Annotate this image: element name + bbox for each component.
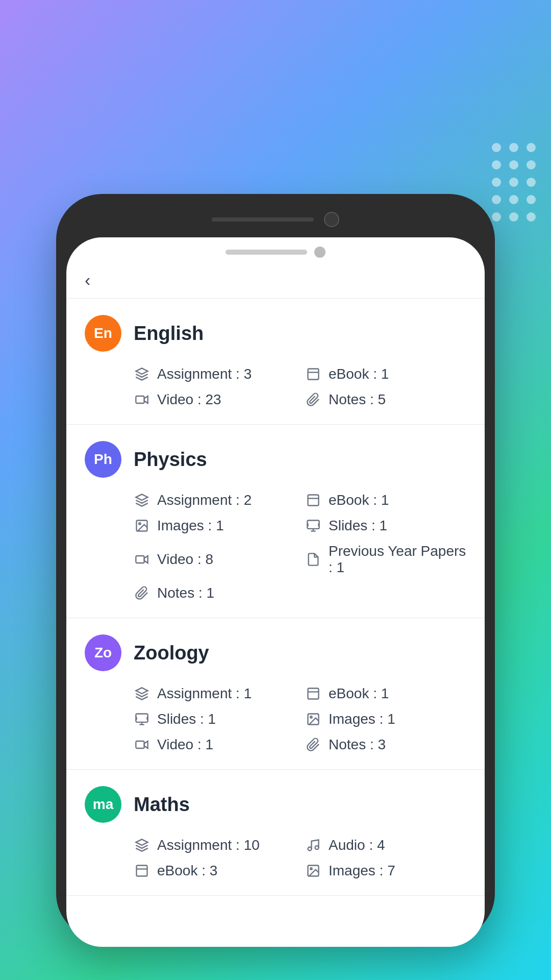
slides-icon <box>305 518 321 534</box>
stat-label: Slides : 1 <box>157 711 216 727</box>
svg-rect-14 <box>136 556 144 563</box>
subject-stats: Assignment : 10 Audio : 4 eBook : 3 <box>85 837 466 879</box>
stat-item: Images : 1 <box>305 711 466 727</box>
paperclip-icon <box>134 585 150 601</box>
stat-label: eBook : 3 <box>157 863 217 879</box>
video-icon <box>134 391 150 408</box>
stat-label: eBook : 1 <box>329 685 389 702</box>
subject-stats: Assignment : 2 eBook : 1 Images : 1 <box>85 492 466 601</box>
svg-marker-4 <box>136 494 147 500</box>
stat-item: eBook : 3 <box>134 863 295 879</box>
audio-icon <box>305 837 321 853</box>
subject-card-maths[interactable]: ma Maths Assignment : 10 Audio : 4 <box>66 770 485 896</box>
subject-card-english[interactable]: En English Assignment : 3 eBook : 1 <box>66 299 485 425</box>
stat-item: Video : 1 <box>134 737 295 753</box>
stat-label: Assignment : 10 <box>157 837 260 853</box>
book-icon <box>134 863 150 879</box>
svg-rect-16 <box>308 689 319 699</box>
stat-label: Notes : 1 <box>157 585 214 601</box>
stat-label: Assignment : 1 <box>157 685 252 702</box>
svg-rect-5 <box>308 495 319 506</box>
subject-name: Zoology <box>134 642 209 664</box>
paperclip-icon <box>305 391 321 408</box>
svg-rect-18 <box>136 714 147 722</box>
book-icon <box>305 366 321 382</box>
hero-title <box>41 46 449 108</box>
stat-item: Notes : 3 <box>305 737 466 753</box>
dots-decoration <box>492 143 536 222</box>
stat-item: Assignment : 2 <box>134 492 295 508</box>
subject-name: Physics <box>134 449 207 471</box>
phone-mockup: ‹ En English Assignment : 3 <box>56 194 495 939</box>
subject-header: Zo Zoology <box>85 634 466 671</box>
stat-label: Slides : 1 <box>329 518 387 534</box>
svg-rect-1 <box>308 369 319 380</box>
subject-avatar: Zo <box>85 634 121 671</box>
layers-icon <box>134 366 150 382</box>
svg-marker-26 <box>136 839 147 845</box>
subject-header: Ph Physics <box>85 441 466 478</box>
stat-item: Notes : 5 <box>305 391 466 408</box>
screen-header: ‹ <box>66 262 485 299</box>
notch-dot <box>314 247 325 258</box>
phone-top-bar <box>66 204 485 235</box>
layers-icon <box>134 685 150 702</box>
subject-avatar: En <box>85 315 121 352</box>
stat-item: Previous Year Papers : 1 <box>305 543 466 576</box>
stat-label: eBook : 1 <box>329 492 389 508</box>
back-navigation[interactable]: ‹ <box>85 270 466 290</box>
subject-header: En English <box>85 315 466 352</box>
subject-avatar: Ph <box>85 441 121 478</box>
stat-item: Assignment : 1 <box>134 685 295 702</box>
stat-label: Images : 1 <box>157 518 224 534</box>
stat-item: Video : 23 <box>134 391 295 408</box>
svg-marker-15 <box>136 688 147 694</box>
notch-pill <box>226 250 307 255</box>
subjects-list: En English Assignment : 3 eBook : 1 <box>66 299 485 947</box>
stat-item: Images : 1 <box>134 518 295 534</box>
stat-item: Images : 7 <box>305 863 466 879</box>
stat-item: eBook : 1 <box>305 685 466 702</box>
image-icon <box>305 711 321 727</box>
stat-item: Video : 8 <box>134 543 295 576</box>
subject-name: Maths <box>134 794 190 816</box>
video-icon <box>134 737 150 753</box>
image-icon <box>134 518 150 534</box>
phone-notch-bar <box>212 217 314 222</box>
subject-card-zoology[interactable]: Zo Zoology Assignment : 1 eBook : 1 <box>66 618 485 770</box>
subject-card-physics[interactable]: Ph Physics Assignment : 2 eBook : 1 <box>66 425 485 618</box>
stat-item: eBook : 1 <box>305 492 466 508</box>
stat-label: Assignment : 3 <box>157 366 252 382</box>
slides-icon <box>134 711 150 727</box>
layers-icon <box>134 492 150 508</box>
svg-point-32 <box>310 868 312 870</box>
stat-label: Notes : 5 <box>329 391 386 408</box>
subject-stats: Assignment : 3 eBook : 1 Video : 23 <box>85 366 466 408</box>
svg-point-27 <box>308 847 312 851</box>
svg-marker-0 <box>136 368 147 374</box>
stat-label: Video : 8 <box>157 551 213 568</box>
stat-item: Assignment : 10 <box>134 837 295 853</box>
stat-label: Video : 1 <box>157 737 213 753</box>
subject-stats: Assignment : 1 eBook : 1 Slides : 1 <box>85 685 466 753</box>
screen-notch <box>66 237 485 262</box>
book-icon <box>305 492 321 508</box>
stat-label: Previous Year Papers : 1 <box>329 543 466 576</box>
phone-camera <box>324 212 339 227</box>
subject-avatar: ma <box>85 786 121 823</box>
image-icon <box>305 863 321 879</box>
stat-item: eBook : 1 <box>305 366 466 382</box>
svg-point-8 <box>139 523 141 525</box>
stat-item: Audio : 4 <box>305 837 466 853</box>
svg-rect-29 <box>137 866 147 876</box>
subject-name: English <box>134 323 204 345</box>
stat-label: Notes : 3 <box>329 737 386 753</box>
video-icon <box>134 551 150 568</box>
book-icon <box>305 685 321 702</box>
phone-frame: ‹ En English Assignment : 3 <box>56 194 495 939</box>
stat-label: Images : 7 <box>329 863 395 879</box>
stat-item: Slides : 1 <box>134 711 295 727</box>
back-arrow-icon[interactable]: ‹ <box>85 270 90 290</box>
phone-screen: ‹ En English Assignment : 3 <box>66 237 485 947</box>
svg-rect-3 <box>136 396 144 403</box>
